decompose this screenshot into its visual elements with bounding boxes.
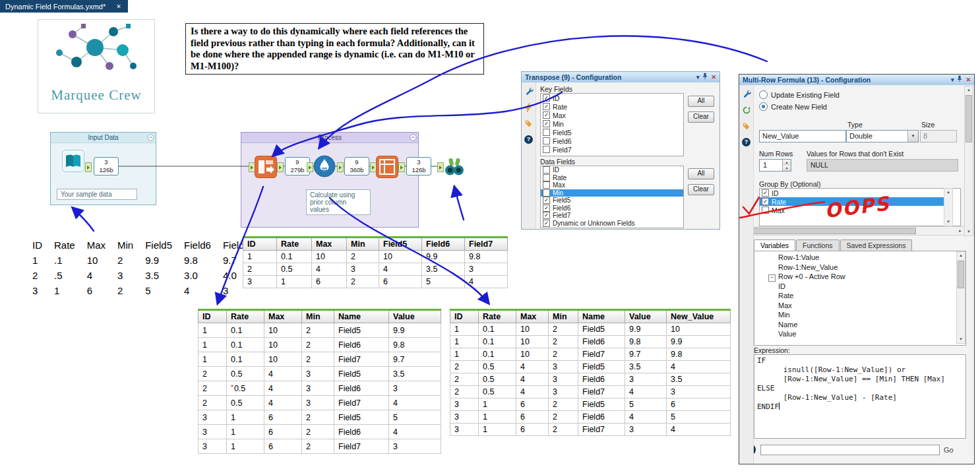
radio-icon[interactable] bbox=[759, 90, 768, 99]
radio-icon[interactable] bbox=[759, 102, 768, 111]
scroll-down-icon[interactable]: ▼ bbox=[965, 228, 973, 236]
scroll-up-icon[interactable]: ▲ bbox=[944, 189, 952, 196]
field-row-min[interactable]: Min bbox=[541, 189, 683, 197]
column-header[interactable]: Rate bbox=[48, 238, 81, 253]
column-header[interactable]: Value bbox=[625, 310, 667, 323]
tab-functions[interactable]: Functions bbox=[796, 239, 840, 251]
field-row-rate[interactable]: ✓Rate bbox=[541, 102, 683, 111]
output-anchor-icon[interactable] bbox=[337, 162, 344, 172]
tree-scrollbar[interactable]: ▲ ▼ bbox=[956, 251, 965, 344]
vertical-scrollbar[interactable]: ▲ ▼ bbox=[964, 86, 973, 236]
column-header[interactable]: Field5 bbox=[139, 238, 178, 253]
lightning-icon[interactable] bbox=[525, 103, 533, 113]
scroll-right-icon[interactable]: ► bbox=[956, 227, 964, 235]
go-input[interactable] bbox=[760, 445, 940, 455]
column-header[interactable]: Field6 bbox=[422, 238, 465, 251]
column-header[interactable]: Min bbox=[302, 310, 334, 323]
horizontal-scrollbar[interactable]: ◄ ► bbox=[741, 226, 965, 236]
multi-row-formula-tool-icon[interactable] bbox=[313, 154, 336, 178]
go-button[interactable]: Go bbox=[944, 446, 954, 454]
field-row-max[interactable]: Max bbox=[760, 206, 952, 214]
key-fields-list[interactable]: ✓ID✓Rate✓Max✓MinField5Field6Field7 bbox=[540, 93, 684, 156]
new-field-name-input[interactable]: New_Value bbox=[759, 130, 846, 142]
field-row-field6[interactable]: Field6 bbox=[541, 137, 683, 145]
tree-item[interactable]: Value bbox=[754, 329, 965, 339]
field-row-max[interactable]: ✓Max bbox=[541, 111, 683, 119]
key-clear-button[interactable]: Clear bbox=[688, 111, 714, 123]
checkbox[interactable]: ✓ bbox=[543, 103, 550, 110]
panel-title-bar[interactable]: Transpose (9) - Configuration ▾ ✕ bbox=[522, 72, 720, 82]
column-header[interactable]: ID bbox=[26, 238, 48, 253]
input-annotation[interactable]: Your sample data bbox=[57, 189, 137, 200]
field-row-field6[interactable]: ✓Field6 bbox=[541, 205, 683, 212]
column-header[interactable]: Rate bbox=[227, 310, 264, 323]
cross-tab-tool-icon[interactable] bbox=[376, 156, 398, 178]
checkbox[interactable]: ✓ bbox=[543, 111, 550, 119]
field-row-field5[interactable]: Field5 bbox=[541, 128, 683, 137]
column-header[interactable]: ID bbox=[450, 310, 479, 323]
field-row-min[interactable]: ✓Min bbox=[541, 119, 683, 128]
container-header[interactable]: Process bbox=[241, 133, 418, 143]
transpose-tool-icon[interactable] bbox=[255, 156, 277, 178]
refresh-icon[interactable] bbox=[742, 106, 751, 116]
data-clear-button[interactable]: Clear bbox=[688, 184, 714, 195]
checkbox[interactable] bbox=[543, 146, 550, 153]
dock-dropdown-icon[interactable]: ▾ bbox=[951, 75, 954, 85]
input-data-tool-icon[interactable] bbox=[62, 150, 84, 172]
tab-saved-expressions[interactable]: Saved Expressions bbox=[840, 239, 913, 251]
tree-item[interactable]: Row-1:New_Value bbox=[754, 263, 965, 272]
scrollbar-thumb[interactable] bbox=[750, 228, 916, 234]
scrollbar-thumb[interactable] bbox=[958, 261, 964, 288]
field-row-max[interactable]: Max bbox=[541, 181, 683, 189]
data-all-button[interactable]: All bbox=[688, 168, 714, 179]
tree-item[interactable]: Max bbox=[754, 301, 965, 311]
checkbox[interactable] bbox=[543, 129, 550, 136]
column-header[interactable]: Rate bbox=[479, 310, 516, 323]
column-header[interactable]: Min bbox=[347, 238, 379, 251]
close-panel-icon[interactable]: ✕ bbox=[711, 72, 716, 82]
column-header[interactable]: Name bbox=[334, 310, 389, 323]
column-header[interactable]: New_Value bbox=[667, 310, 731, 323]
field-row-id[interactable]: ✓ID bbox=[541, 94, 683, 102]
output-anchor-icon[interactable] bbox=[277, 162, 284, 172]
tree-item[interactable]: ID bbox=[754, 282, 965, 292]
tag-icon[interactable] bbox=[742, 122, 750, 132]
num-rows-stepper[interactable]: 1 ▲ ▼ bbox=[759, 159, 791, 172]
field-row-dynamic-or-unknown-fields[interactable]: ✓Dynamic or Unknown Fields bbox=[541, 220, 683, 228]
group-by-scrollbar[interactable]: ▲ ▼ bbox=[944, 188, 953, 226]
checkbox[interactable] bbox=[543, 174, 550, 181]
expression-editor[interactable]: IF isnull([Row-1:New_Value]) or [Row-1:N… bbox=[754, 354, 966, 439]
record-count-badge[interactable]: 9 360b bbox=[344, 157, 369, 175]
help-icon[interactable]: ? bbox=[742, 138, 750, 146]
checkbox[interactable]: ✓ bbox=[762, 198, 769, 205]
column-header[interactable]: Field7 bbox=[465, 238, 508, 251]
checkbox[interactable]: ✓ bbox=[543, 120, 550, 127]
column-header[interactable]: Value bbox=[389, 310, 441, 323]
checkbox[interactable]: ✓ bbox=[543, 212, 550, 219]
spinner-up-icon[interactable]: ▲ bbox=[782, 160, 791, 166]
field-row-field7[interactable]: Field7 bbox=[541, 145, 683, 154]
pin-icon[interactable] bbox=[957, 75, 962, 86]
column-header[interactable]: Min bbox=[549, 310, 578, 323]
collapse-chevron-icon[interactable] bbox=[147, 134, 154, 141]
checkbox[interactable]: ✓ bbox=[543, 205, 550, 212]
checkbox[interactable]: ✓ bbox=[543, 220, 550, 227]
tree-item[interactable]: −Row +0 - Active Row bbox=[754, 272, 965, 282]
wrench-icon[interactable] bbox=[524, 86, 534, 97]
workflow-tab[interactable]: Dynamic Field Formulas.yxmd* ✕ bbox=[0, 0, 128, 13]
output-anchor-icon[interactable] bbox=[398, 162, 405, 172]
column-header[interactable]: Max bbox=[312, 238, 347, 251]
column-header[interactable]: Max bbox=[81, 238, 111, 253]
field-row-id[interactable]: ID bbox=[541, 166, 683, 174]
checkbox[interactable]: ✓ bbox=[543, 197, 550, 204]
spinner-down-icon[interactable]: ▼ bbox=[782, 166, 791, 172]
field-row-field7[interactable]: ✓Field7 bbox=[541, 212, 683, 220]
panel-title-bar[interactable]: Multi-Row Formula (13) - Configuration ▾… bbox=[739, 75, 974, 85]
column-header[interactable]: ID bbox=[199, 310, 227, 323]
key-all-button[interactable]: All bbox=[688, 96, 714, 107]
collapse-icon[interactable]: − bbox=[768, 274, 776, 282]
field-row-id[interactable]: ✓ID bbox=[760, 189, 952, 197]
collapse-chevron-icon[interactable] bbox=[410, 134, 417, 141]
column-header[interactable]: Max bbox=[264, 310, 302, 323]
tree-item[interactable]: Rate bbox=[754, 291, 965, 301]
